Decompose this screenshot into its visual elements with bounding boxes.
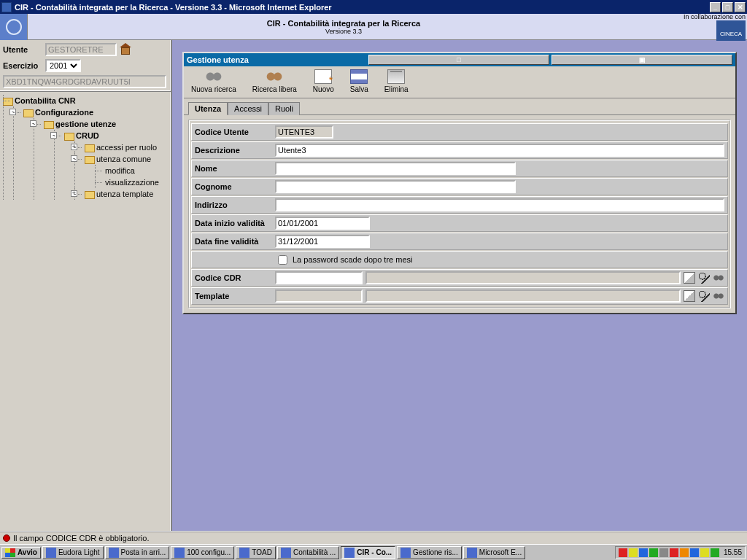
app-subtitle: Versione 3.3 bbox=[28, 28, 659, 35]
folder-icon bbox=[44, 121, 54, 129]
cognome-field[interactable] bbox=[275, 180, 516, 193]
tray-icon[interactable] bbox=[700, 548, 709, 557]
copy-icon[interactable] bbox=[684, 290, 695, 302]
tray-icon[interactable] bbox=[649, 548, 658, 557]
codice-cdr-field[interactable] bbox=[275, 271, 363, 284]
expand-toggle[interactable]: + bbox=[71, 190, 77, 197]
folder-icon bbox=[23, 109, 34, 117]
ie-icon bbox=[1, 2, 12, 12]
tray-icon[interactable] bbox=[639, 548, 648, 557]
task-cir[interactable]: CIR - Co... bbox=[341, 546, 395, 559]
folder-icon bbox=[85, 156, 95, 164]
taskbar: Avvio Eudora Light Posta in arri... 100 … bbox=[0, 544, 747, 560]
binoculars-free-icon bbox=[266, 69, 283, 84]
tray-icon[interactable] bbox=[711, 548, 719, 557]
tray-icon[interactable] bbox=[619, 548, 627, 557]
collab-text: In collaborazione con bbox=[684, 13, 746, 20]
task-icon bbox=[174, 548, 185, 558]
expand-toggle[interactable]: - bbox=[9, 109, 16, 115]
expand-toggle[interactable]: + bbox=[71, 144, 77, 150]
tray-icon[interactable] bbox=[690, 548, 699, 557]
task-gestione[interactable]: Gestione ris... bbox=[397, 546, 462, 559]
tree-root[interactable]: Contabilita CNR bbox=[15, 96, 76, 105]
data-inizio-label: Data inizio validità bbox=[192, 219, 272, 228]
nuovo-button[interactable]: Nuovo bbox=[313, 69, 334, 93]
tree-gestione-utenze[interactable]: gestione utenze bbox=[55, 120, 116, 128]
tree-accessi-per-ruolo[interactable]: accessi per ruolo bbox=[96, 143, 157, 152]
window-restore-button[interactable]: □ bbox=[368, 55, 549, 65]
template-label: Template bbox=[192, 292, 272, 300]
utente-field bbox=[45, 43, 117, 56]
copy-icon[interactable] bbox=[684, 272, 695, 284]
tabs: Utenza Accessi Ruoli bbox=[184, 98, 735, 115]
tree-utenza-comune[interactable]: utenza comune bbox=[96, 155, 151, 163]
expand-toggle[interactable]: - bbox=[50, 132, 57, 139]
expand-toggle[interactable]: - bbox=[71, 155, 77, 162]
minimize-button[interactable]: _ bbox=[710, 2, 721, 12]
form-window-title: Gestione utenza □ ▣ bbox=[184, 53, 735, 66]
tree-crud[interactable]: CRUD bbox=[76, 131, 99, 140]
indirizzo-field[interactable] bbox=[275, 198, 724, 211]
form-window: Gestione utenza □ ▣ Nuova ricerca Ricerc… bbox=[182, 52, 737, 314]
tree-modifica[interactable]: modifica bbox=[105, 166, 135, 175]
status-bar: Il campo CODICE CDR è obbligatorio. bbox=[0, 531, 747, 544]
task-icon bbox=[239, 548, 249, 558]
elimina-button[interactable]: Elimina bbox=[384, 69, 409, 93]
app-title: CIR - Contabilità integrata per la Ricer… bbox=[28, 19, 659, 28]
tree-configurazione[interactable]: Configurazione bbox=[35, 108, 93, 117]
password-expire-checkbox[interactable] bbox=[278, 255, 287, 265]
data-inizio-field[interactable] bbox=[275, 217, 370, 230]
nuova-ricerca-button[interactable]: Nuova ricerca bbox=[191, 69, 236, 93]
system-tray[interactable]: 15.55 bbox=[615, 546, 746, 559]
binoculars-small-icon[interactable] bbox=[713, 290, 724, 302]
task-icon bbox=[344, 548, 355, 558]
nome-label: Nome bbox=[192, 164, 272, 173]
window-title: CIR - Contabilità integrata per la Ricer… bbox=[15, 3, 710, 12]
left-panel: Utente Esercizio 2001 Contabilita CNR -C… bbox=[0, 40, 172, 531]
tray-icon[interactable] bbox=[629, 548, 638, 557]
task-excel[interactable]: Microsoft E... bbox=[463, 546, 525, 559]
app-banner: CIR - Contabilità integrata per la Ricer… bbox=[0, 14, 747, 40]
tab-accessi[interactable]: Accessi bbox=[228, 102, 268, 115]
error-dot-icon bbox=[3, 534, 10, 542]
task-posta[interactable]: Posta in arri... bbox=[105, 546, 170, 559]
task-icon bbox=[400, 548, 411, 558]
binoculars-small-icon[interactable] bbox=[713, 272, 724, 284]
close-button[interactable]: ✕ bbox=[735, 2, 746, 12]
salva-button[interactable]: Salva bbox=[350, 69, 368, 93]
tray-icon[interactable] bbox=[659, 548, 668, 557]
indirizzo-label: Indirizzo bbox=[192, 201, 272, 209]
tab-utenza[interactable]: Utenza bbox=[188, 102, 228, 115]
ricerca-libera-button[interactable]: Ricerca libera bbox=[252, 69, 297, 93]
windows-flag-icon bbox=[5, 548, 15, 557]
tree-visualizzazione[interactable]: visualizzazione bbox=[105, 178, 159, 187]
maximize-button[interactable]: □ bbox=[722, 2, 733, 12]
task-toad[interactable]: TOAD bbox=[236, 546, 276, 559]
app-logo bbox=[0, 14, 28, 40]
search-icon[interactable] bbox=[698, 290, 710, 302]
nome-field[interactable] bbox=[275, 162, 516, 175]
task-contabilita[interactable]: Contabilità ... bbox=[277, 546, 339, 559]
task-configu[interactable]: 100 configu... bbox=[171, 546, 234, 559]
codice-utente-field bbox=[275, 125, 333, 139]
cineca-badge: CINECA bbox=[716, 20, 746, 41]
esercizio-select[interactable]: 2001 bbox=[45, 59, 81, 72]
tab-ruoli[interactable]: Ruoli bbox=[268, 102, 300, 115]
nav-tree[interactable]: Contabilita CNR -Configurazione -gestion… bbox=[0, 92, 171, 203]
task-icon bbox=[281, 548, 291, 558]
template-desc-field bbox=[365, 289, 681, 303]
task-eudora[interactable]: Eudora Light bbox=[42, 546, 104, 559]
tree-utenza-template[interactable]: utenza template bbox=[96, 190, 153, 198]
tray-icon[interactable] bbox=[680, 548, 689, 557]
start-button[interactable]: Avvio bbox=[1, 547, 41, 559]
session-id-field bbox=[3, 75, 166, 88]
tray-icon[interactable] bbox=[670, 548, 678, 557]
window-max-button[interactable]: ▣ bbox=[551, 55, 732, 65]
data-fine-field[interactable] bbox=[275, 235, 370, 248]
codice-utente-label: Codice Utente bbox=[192, 128, 272, 136]
expand-toggle[interactable]: - bbox=[30, 120, 36, 127]
search-icon[interactable] bbox=[698, 272, 710, 284]
home-icon[interactable] bbox=[120, 44, 131, 55]
descrizione-field[interactable] bbox=[275, 144, 724, 157]
save-icon bbox=[350, 69, 368, 84]
